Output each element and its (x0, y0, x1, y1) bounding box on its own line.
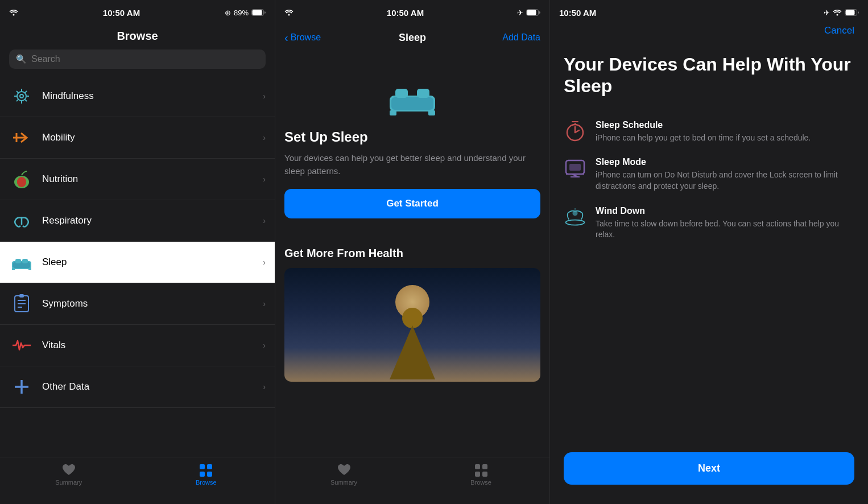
tab-summary-1[interactable]: Summary (0, 463, 138, 486)
svg-rect-32 (207, 464, 212, 469)
svg-rect-37 (527, 10, 536, 15)
wifi-icon (9, 9, 18, 16)
winddown-text: Wind Down Take time to slow down before … (596, 206, 854, 241)
svg-point-0 (13, 14, 15, 16)
mobility-chevron: › (263, 133, 266, 142)
svg-rect-42 (390, 110, 396, 115)
feature-list: Sleep Schedule iPhone can help you get t… (564, 120, 854, 241)
svg-line-10 (24, 99, 27, 101)
svg-rect-45 (482, 464, 487, 469)
svg-rect-34 (207, 472, 212, 477)
tab-summary-2[interactable]: Summary (275, 463, 412, 486)
panel-sleep-detail: 10:50 AM ✈ ‹ Browse Sleep Add Data (275, 0, 549, 504)
wifi-icon-2 (284, 9, 294, 16)
svg-point-61 (566, 220, 585, 225)
svg-rect-22 (12, 268, 15, 270)
svg-rect-40 (395, 89, 408, 98)
vitals-chevron: › (263, 341, 266, 350)
more-health-section: Get More From Health (284, 247, 540, 382)
menu-item-symptoms[interactable]: Symptoms › (0, 283, 275, 325)
tab-browse-label-1: Browse (196, 479, 217, 486)
tab-browse-1[interactable]: Browse (138, 463, 275, 486)
svg-rect-28 (19, 294, 24, 298)
status-time-3: 10:50 AM (559, 8, 596, 18)
svg-point-62 (572, 210, 577, 216)
heart-tab-icon (61, 463, 76, 477)
menu-item-respiratory[interactable]: Respiratory › (0, 200, 275, 242)
svg-rect-31 (200, 464, 205, 469)
grid-tab-icon-active (199, 463, 213, 477)
svg-rect-47 (482, 472, 487, 477)
svg-point-4 (20, 94, 23, 98)
svg-rect-19 (13, 262, 30, 268)
wifi-icon-3 (833, 9, 842, 16)
setup-sleep-desc: Your devices can help you get better sle… (284, 152, 540, 177)
cancel-container: Cancel (550, 25, 868, 42)
menu-item-other[interactable]: Other Data › (0, 366, 275, 408)
next-container: Next (550, 443, 868, 504)
mobility-label: Mobility (42, 132, 263, 143)
winddown-desc: Take time to slow down before bed. You c… (596, 218, 854, 241)
heart-tab-icon-2 (337, 463, 352, 477)
svg-rect-57 (569, 164, 581, 171)
respiratory-chevron: › (263, 216, 266, 225)
body-shape (390, 325, 435, 379)
cancel-button[interactable]: Cancel (824, 25, 854, 36)
back-label: Browse (291, 32, 321, 43)
menu-item-vitals[interactable]: Vitals › (0, 325, 275, 366)
add-data-button[interactable]: Add Data (502, 32, 540, 43)
svg-line-11 (24, 91, 27, 93)
status-icons-1: ⊕ 89% (225, 9, 266, 17)
symptoms-label: Symptoms (42, 298, 263, 309)
other-label: Other Data (42, 381, 263, 393)
svg-line-12 (16, 99, 19, 101)
menu-item-nutrition[interactable]: Nutrition › (0, 159, 275, 200)
menu-item-mindfulness[interactable]: Mindfulness › (0, 76, 275, 117)
mobility-icon (9, 125, 34, 150)
status-icons-3: ✈ (824, 9, 859, 17)
schedule-title: Sleep Schedule (596, 120, 811, 130)
schedule-icon (564, 120, 586, 143)
battery-icon-1 (251, 9, 266, 16)
more-health-title: Get More From Health (284, 247, 540, 260)
symptoms-icon (9, 291, 34, 316)
night-scene-image (284, 268, 540, 382)
menu-item-sleep[interactable]: Sleep › (0, 242, 275, 283)
get-started-button[interactable]: Get Started (284, 189, 540, 218)
svg-point-48 (837, 14, 838, 16)
back-button[interactable]: ‹ Browse (284, 31, 321, 44)
nav-bar-2: ‹ Browse Sleep Add Data (275, 25, 549, 50)
mindfulness-label: Mindfulness (42, 90, 263, 102)
svg-rect-20 (15, 259, 21, 263)
other-icon (9, 374, 34, 399)
tab-browse-2[interactable]: Browse (412, 463, 549, 486)
tab-summary-label-1: Summary (55, 479, 82, 486)
mindfulness-icon (9, 84, 34, 109)
battery-icon-3 (845, 9, 859, 16)
svg-rect-44 (475, 464, 480, 469)
search-input[interactable] (31, 54, 259, 64)
search-icon: 🔍 (16, 54, 27, 64)
status-time-2: 10:50 AM (387, 8, 424, 18)
battery-icon-2 (526, 9, 540, 16)
status-bar-1: 10:50 AM ⊕ 89% (0, 0, 275, 25)
location-icon: ⊕ (225, 9, 231, 17)
winddown-icon (564, 206, 586, 229)
tab-browse-label-2: Browse (470, 479, 491, 486)
sleep-content: Set Up Sleep Your devices can help you g… (275, 50, 549, 457)
svg-rect-46 (475, 472, 480, 477)
plane-icon-3: ✈ (824, 9, 830, 17)
svg-rect-21 (22, 259, 28, 263)
feature-schedule: Sleep Schedule iPhone can help you get t… (564, 120, 854, 144)
devices-title: Your Devices Can Help With Your Sleep (564, 53, 854, 97)
svg-rect-39 (391, 97, 433, 110)
nutrition-chevron: › (263, 175, 266, 184)
search-bar[interactable]: 🔍 (9, 49, 266, 69)
winddown-title: Wind Down (596, 206, 854, 216)
feature-winddown: Wind Down Take time to slow down before … (564, 206, 854, 241)
menu-item-mobility[interactable]: Mobility › (0, 117, 275, 159)
next-button[interactable]: Next (564, 452, 854, 485)
mode-desc: iPhone can turn on Do Not Disturb and co… (596, 170, 854, 192)
nutrition-icon (9, 167, 34, 192)
setup-sleep-title: Set Up Sleep (284, 129, 540, 145)
